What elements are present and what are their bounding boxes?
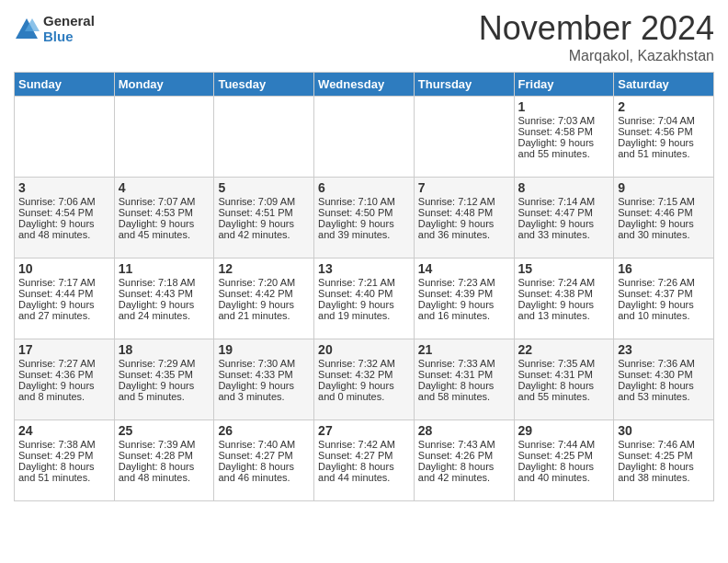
day-info-line: and 3 minutes. (218, 391, 310, 402)
calendar-cell: 25Sunrise: 7:39 AMSunset: 4:28 PMDayligh… (114, 420, 214, 501)
day-info-line: and 10 minutes. (618, 310, 710, 321)
day-number: 9 (618, 180, 710, 195)
day-info-line: and 51 minutes. (618, 148, 710, 159)
calendar-cell: 4Sunrise: 7:07 AMSunset: 4:53 PMDaylight… (114, 178, 214, 259)
month-title: November 2024 (479, 9, 714, 48)
day-info-line: Sunset: 4:27 PM (318, 450, 410, 461)
day-info-line: Sunset: 4:51 PM (218, 207, 310, 218)
weekday-header-thursday: Thursday (414, 73, 514, 97)
day-info-line: Daylight: 8 hours (218, 461, 310, 472)
calendar-cell: 17Sunrise: 7:27 AMSunset: 4:36 PMDayligh… (15, 339, 115, 420)
day-info-line: Sunrise: 7:14 AM (518, 196, 610, 207)
calendar-cell: 10Sunrise: 7:17 AMSunset: 4:44 PMDayligh… (15, 259, 115, 339)
day-info-line: and 0 minutes. (318, 391, 410, 402)
day-info-line: and 16 minutes. (418, 310, 510, 321)
weekday-header-monday: Monday (114, 73, 214, 97)
weekday-header-friday: Friday (514, 73, 614, 97)
day-info-line: Sunset: 4:32 PM (318, 369, 410, 380)
week-row-1: 3Sunrise: 7:06 AMSunset: 4:54 PMDaylight… (15, 178, 714, 259)
day-info-line: Sunrise: 7:33 AM (418, 358, 510, 369)
day-info-line: and 44 minutes. (318, 472, 410, 483)
day-info-line: Daylight: 9 hours (418, 299, 510, 310)
day-info-line: Daylight: 9 hours (18, 299, 110, 310)
week-row-4: 24Sunrise: 7:38 AMSunset: 4:29 PMDayligh… (15, 420, 714, 501)
calendar-cell: 9Sunrise: 7:15 AMSunset: 4:46 PMDaylight… (614, 178, 714, 259)
day-info-line: and 53 minutes. (618, 391, 710, 402)
day-number: 14 (418, 261, 510, 276)
day-number: 28 (418, 423, 510, 438)
day-info-line: Daylight: 8 hours (119, 461, 210, 472)
day-info-line: and 36 minutes. (418, 229, 510, 240)
day-number: 26 (218, 423, 310, 438)
day-info-line: Daylight: 8 hours (318, 461, 410, 472)
day-number: 16 (618, 261, 710, 276)
day-number: 8 (518, 180, 610, 195)
calendar-cell: 20Sunrise: 7:32 AMSunset: 4:32 PMDayligh… (314, 339, 415, 420)
day-info-line: Daylight: 9 hours (18, 218, 110, 229)
day-number: 4 (119, 180, 210, 195)
day-info-line: Daylight: 9 hours (518, 218, 610, 229)
day-info-line: Sunrise: 7:18 AM (119, 277, 210, 288)
day-info-line: Sunrise: 7:46 AM (618, 439, 710, 450)
calendar-table: SundayMondayTuesdayWednesdayThursdayFrid… (14, 72, 714, 501)
header: General Blue November 2024 Marqakol, Kaz… (14, 9, 714, 64)
day-info-line: Sunset: 4:46 PM (618, 207, 710, 218)
day-number: 21 (418, 342, 510, 357)
day-info-line: Sunset: 4:42 PM (218, 288, 310, 299)
day-info-line: Daylight: 8 hours (518, 461, 610, 472)
day-info-line: Daylight: 8 hours (418, 380, 510, 391)
day-info-line: Daylight: 9 hours (618, 299, 710, 310)
day-info-line: Sunrise: 7:44 AM (518, 439, 610, 450)
day-number: 6 (318, 180, 410, 195)
logo: General Blue (14, 14, 95, 44)
day-number: 11 (119, 261, 210, 276)
calendar-cell: 6Sunrise: 7:10 AMSunset: 4:50 PMDaylight… (314, 178, 415, 259)
day-info-line: and 55 minutes. (518, 391, 610, 402)
calendar-cell: 24Sunrise: 7:38 AMSunset: 4:29 PMDayligh… (15, 420, 115, 501)
day-number: 22 (518, 342, 610, 357)
day-info-line: and 42 minutes. (218, 229, 310, 240)
calendar-cell (15, 97, 115, 178)
day-info-line: Sunrise: 7:30 AM (218, 358, 310, 369)
day-info-line: Daylight: 9 hours (618, 218, 710, 229)
calendar-cell: 28Sunrise: 7:43 AMSunset: 4:26 PMDayligh… (414, 420, 514, 501)
day-info-line: Sunset: 4:27 PM (218, 450, 310, 461)
day-info-line: Sunset: 4:31 PM (518, 369, 610, 380)
calendar-cell: 30Sunrise: 7:46 AMSunset: 4:25 PMDayligh… (614, 420, 714, 501)
day-info-line: Daylight: 8 hours (618, 380, 710, 391)
day-info-line: Daylight: 9 hours (318, 299, 410, 310)
day-info-line: Sunset: 4:36 PM (18, 369, 110, 380)
weekday-header-saturday: Saturday (614, 73, 714, 97)
day-info-line: Sunset: 4:48 PM (418, 207, 510, 218)
calendar-cell (414, 97, 514, 178)
day-info-line: Sunrise: 7:29 AM (119, 358, 210, 369)
day-info-line: and 39 minutes. (318, 229, 410, 240)
calendar-cell: 2Sunrise: 7:04 AMSunset: 4:56 PMDaylight… (614, 97, 714, 178)
logo-icon (14, 17, 40, 42)
day-info-line: Sunrise: 7:06 AM (18, 196, 110, 207)
day-info-line: and 51 minutes. (18, 472, 110, 483)
day-info-line: and 27 minutes. (18, 310, 110, 321)
day-info-line: Sunset: 4:37 PM (618, 288, 710, 299)
location: Marqakol, Kazakhstan (479, 48, 714, 64)
weekday-header-tuesday: Tuesday (214, 73, 314, 97)
day-number: 7 (418, 180, 510, 195)
day-number: 24 (18, 423, 110, 438)
day-info-line: and 38 minutes. (618, 472, 710, 483)
day-info-line: Sunrise: 7:43 AM (418, 439, 510, 450)
day-info-line: Daylight: 9 hours (218, 299, 310, 310)
day-number: 10 (18, 261, 110, 276)
day-info-line: Sunset: 4:30 PM (618, 369, 710, 380)
calendar-cell: 19Sunrise: 7:30 AMSunset: 4:33 PMDayligh… (214, 339, 314, 420)
calendar-cell: 12Sunrise: 7:20 AMSunset: 4:42 PMDayligh… (214, 259, 314, 339)
day-info-line: Daylight: 9 hours (119, 380, 210, 391)
day-info-line: Sunrise: 7:09 AM (218, 196, 310, 207)
calendar-cell: 8Sunrise: 7:14 AMSunset: 4:47 PMDaylight… (514, 178, 614, 259)
day-info-line: Sunset: 4:50 PM (318, 207, 410, 218)
day-info-line: and 33 minutes. (518, 229, 610, 240)
day-info-line: Daylight: 9 hours (318, 380, 410, 391)
day-info-line: Sunset: 4:28 PM (119, 450, 210, 461)
weekday-header-wednesday: Wednesday (314, 73, 415, 97)
day-info-line: and 55 minutes. (518, 148, 610, 159)
day-info-line: Daylight: 9 hours (518, 299, 610, 310)
